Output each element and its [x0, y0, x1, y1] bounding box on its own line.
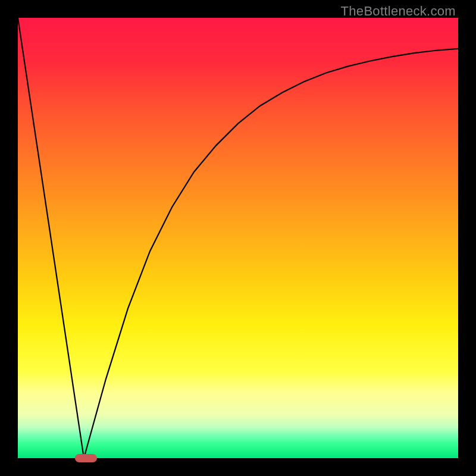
chart-container: TheBottleneck.com	[0, 0, 476, 476]
left-slope-line	[18, 18, 84, 458]
watermark-text: TheBottleneck.com	[341, 4, 456, 19]
plot-area	[18, 18, 458, 458]
optimal-marker	[75, 454, 97, 462]
curve-overlay	[18, 18, 458, 458]
right-curve-line	[84, 49, 458, 458]
